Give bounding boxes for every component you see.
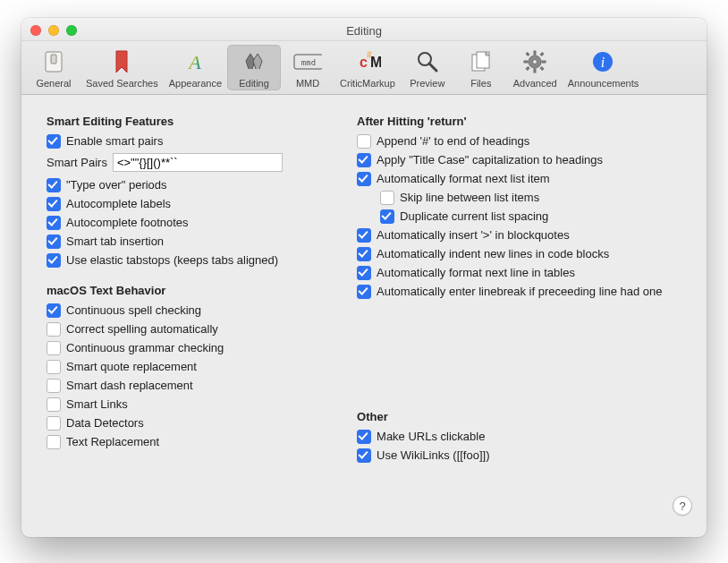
- checkbox-smart-quotes[interactable]: [47, 360, 61, 374]
- toolbar-label: Preview: [410, 78, 444, 89]
- checkbox-smart-tab[interactable]: [47, 235, 61, 249]
- gear-icon: [521, 47, 549, 76]
- label: Autocomplete footnotes: [66, 215, 189, 231]
- label: "Type over" periods: [66, 177, 167, 193]
- svg-text:#: #: [367, 50, 372, 60]
- label: Automatically enter linebreak if preceed…: [377, 284, 662, 300]
- toolbar-label: CriticMarkup: [340, 78, 395, 89]
- label: Skip line between list items: [400, 190, 539, 206]
- checkbox-autocomplete-footnotes[interactable]: [47, 216, 61, 230]
- svg-line-9: [429, 64, 436, 71]
- svg-text:A: A: [188, 51, 202, 73]
- label: Enable smart pairs: [66, 133, 163, 149]
- checkbox-insert-gt[interactable]: [357, 228, 371, 243]
- bookmark-icon: [107, 47, 136, 76]
- section-other-title: Other: [357, 410, 685, 423]
- smart-pairs-input[interactable]: [113, 153, 283, 172]
- toolbar-general[interactable]: General: [27, 45, 80, 90]
- label: Automatically indent new lines in code b…: [377, 246, 609, 262]
- checkbox-grammar[interactable]: [47, 341, 61, 355]
- label: Correct spelling automatically: [66, 321, 218, 337]
- files-icon: [467, 47, 495, 76]
- checkbox-indent-code[interactable]: [357, 247, 371, 261]
- toolbar-mmd[interactable]: mmd MMD: [281, 45, 334, 90]
- label: Continuous spell checking: [66, 303, 201, 319]
- checkbox-smart-links[interactable]: [47, 397, 61, 412]
- window-title: Editing: [21, 24, 707, 38]
- checkbox-format-list[interactable]: [357, 172, 371, 186]
- section-smart-title: Smart Editing Features: [47, 115, 332, 128]
- checkbox-linebreak[interactable]: [357, 285, 371, 299]
- content-area: Smart Editing Features Enable smart pair…: [21, 95, 707, 528]
- checkbox-wikilinks[interactable]: [357, 448, 371, 463]
- svg-text:mmd: mmd: [301, 58, 316, 67]
- preferences-window: Editing General Saved Searches A: [21, 18, 707, 537]
- svg-text:M: M: [370, 55, 381, 70]
- toolbar-advanced[interactable]: Advanced: [508, 45, 563, 90]
- checkbox-format-table[interactable]: [357, 266, 371, 280]
- svg-rect-15: [534, 69, 536, 73]
- checkbox-text-replacement[interactable]: [47, 435, 61, 449]
- appearance-icon: A: [181, 47, 209, 76]
- label: Smart quote replacement: [66, 359, 197, 375]
- svg-rect-21: [526, 67, 529, 71]
- toolbar-label: Files: [470, 78, 491, 89]
- criticmarkup-icon: c M #: [353, 47, 382, 76]
- label: Make URLs clickable: [377, 429, 485, 445]
- svg-rect-19: [540, 67, 544, 71]
- toolbar-announcements[interactable]: i Announcements: [563, 45, 645, 90]
- label: Duplicate current list spacing: [400, 209, 548, 225]
- toolbar-label: MMD: [296, 78, 319, 89]
- toolbar-appearance[interactable]: A Appearance: [164, 45, 227, 90]
- svg-rect-16: [524, 61, 528, 63]
- label: Smart dash replacement: [66, 378, 193, 394]
- svg-rect-18: [526, 53, 529, 56]
- label: Automatically format next line in tables: [377, 265, 575, 281]
- svg-rect-1: [51, 55, 56, 64]
- toolbar-editing[interactable]: Editing: [227, 45, 281, 90]
- svg-rect-17: [542, 61, 546, 63]
- checkbox-enable-smart-pairs[interactable]: [47, 134, 61, 149]
- checkbox-skip-line[interactable]: [380, 191, 394, 205]
- preferences-toolbar: General Saved Searches A Appearance: [21, 41, 707, 95]
- checkbox-spellcheck[interactable]: [47, 303, 61, 318]
- toolbar-criticmarkup[interactable]: c M # CriticMarkup: [334, 45, 401, 90]
- label: Use WikiLinks ([[foo]]): [377, 448, 489, 464]
- checkbox-urls-clickable[interactable]: [357, 430, 371, 444]
- label: Smart tab insertion: [66, 234, 164, 250]
- mmd-icon: mmd: [293, 47, 322, 76]
- svg-point-13: [533, 60, 538, 64]
- label: Automatically format next list item: [377, 171, 550, 187]
- svg-rect-20: [540, 53, 544, 56]
- toolbar-preview[interactable]: Preview: [401, 45, 454, 90]
- checkbox-smart-dashes[interactable]: [47, 379, 61, 393]
- checkbox-autocorrect[interactable]: [47, 322, 61, 337]
- toolbar-saved-searches[interactable]: Saved Searches: [80, 45, 164, 90]
- checkbox-dup-spacing[interactable]: [380, 209, 394, 224]
- toolbar-label: Saved Searches: [86, 78, 158, 89]
- titlebar: Editing: [21, 18, 707, 41]
- toolbar-label: Appearance: [169, 78, 222, 89]
- checkbox-type-over-periods[interactable]: [47, 178, 61, 192]
- svg-rect-14: [534, 51, 536, 55]
- toolbar-label: Announcements: [568, 78, 639, 89]
- label: Autocomplete labels: [66, 196, 171, 212]
- label: Text Replacement: [66, 434, 159, 450]
- toolbar-label: Advanced: [513, 78, 557, 89]
- help-button[interactable]: ?: [673, 496, 692, 516]
- checkbox-autocomplete-labels[interactable]: [47, 197, 61, 211]
- svg-text:i: i: [601, 55, 605, 70]
- smart-pairs-label: Smart Pairs: [47, 156, 107, 169]
- toolbar-label: General: [36, 78, 71, 89]
- checkbox-data-detectors[interactable]: [47, 416, 61, 431]
- section-return-title: After Hitting 'return': [357, 115, 685, 128]
- label: Apply "Title Case" capitalization to hea…: [377, 152, 603, 168]
- label: Data Detectors: [66, 415, 144, 431]
- checkbox-title-case[interactable]: [357, 153, 371, 167]
- magnifier-icon: [413, 47, 442, 76]
- section-macos-title: macOS Text Behavior: [47, 284, 332, 297]
- toolbar-files[interactable]: Files: [454, 45, 508, 90]
- label: Automatically insert '>' in blockquotes: [377, 227, 570, 243]
- checkbox-elastic-tabstops[interactable]: [47, 253, 61, 268]
- checkbox-append-hash[interactable]: [357, 134, 371, 149]
